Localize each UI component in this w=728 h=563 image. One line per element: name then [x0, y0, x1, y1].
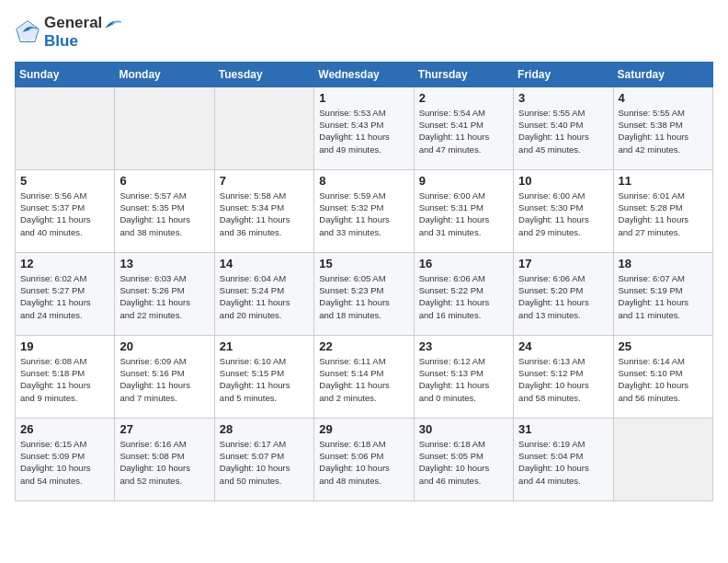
calendar-cell: [613, 418, 712, 500]
calendar-cell: [16, 86, 115, 169]
calendar-cell: 19Sunrise: 6:08 AM Sunset: 5:18 PM Dayli…: [16, 335, 115, 418]
calendar-cell: 12Sunrise: 6:02 AM Sunset: 5:27 PM Dayli…: [16, 252, 115, 335]
day-info: Sunrise: 6:03 AM Sunset: 5:26 PM Dayligh…: [119, 272, 209, 321]
day-number: 25: [619, 339, 708, 353]
day-number: 4: [619, 91, 708, 105]
day-info: Sunrise: 5:59 AM Sunset: 5:32 PM Dayligh…: [319, 190, 408, 238]
calendar-cell: 25Sunrise: 6:14 AM Sunset: 5:10 PM Dayli…: [613, 335, 712, 418]
calendar-cell: [115, 86, 214, 169]
day-number: 28: [220, 422, 309, 436]
calendar-cell: 26Sunrise: 6:15 AM Sunset: 5:09 PM Dayli…: [16, 418, 115, 500]
day-info: Sunrise: 6:18 AM Sunset: 5:05 PM Dayligh…: [419, 438, 508, 487]
calendar-cell: 3Sunrise: 5:55 AM Sunset: 5:40 PM Daylig…: [514, 86, 613, 169]
calendar-week-row: 12Sunrise: 6:02 AM Sunset: 5:27 PM Dayli…: [16, 252, 713, 335]
logo: GeneralBlue: [15, 15, 122, 51]
calendar-header-row: SundayMondayTuesdayWednesdayThursdayFrid…: [16, 62, 713, 86]
calendar-table: SundayMondayTuesdayWednesdayThursdayFrid…: [15, 62, 713, 501]
col-header-sunday: Sunday: [16, 62, 115, 86]
logo-text: GeneralBlue: [44, 15, 122, 51]
calendar-cell: 13Sunrise: 6:03 AM Sunset: 5:26 PM Dayli…: [115, 252, 214, 335]
day-number: 13: [119, 257, 209, 270]
day-number: 12: [20, 257, 109, 270]
day-number: 11: [619, 174, 708, 188]
day-info: Sunrise: 5:55 AM Sunset: 5:40 PM Dayligh…: [518, 107, 608, 155]
page-header: GeneralBlue: [15, 15, 713, 51]
day-info: Sunrise: 5:55 AM Sunset: 5:38 PM Dayligh…: [619, 107, 708, 155]
calendar-cell: 21Sunrise: 6:10 AM Sunset: 5:15 PM Dayli…: [214, 335, 313, 418]
calendar-cell: 10Sunrise: 6:00 AM Sunset: 5:30 PM Dayli…: [514, 169, 613, 252]
day-number: 16: [419, 257, 508, 270]
day-number: 10: [518, 174, 608, 188]
day-number: 6: [119, 174, 209, 188]
calendar-cell: 23Sunrise: 6:12 AM Sunset: 5:13 PM Dayli…: [414, 335, 513, 418]
calendar-week-row: 26Sunrise: 6:15 AM Sunset: 5:09 PM Dayli…: [16, 418, 713, 500]
day-number: 3: [518, 91, 608, 105]
day-number: 29: [319, 422, 408, 436]
day-info: Sunrise: 6:00 AM Sunset: 5:31 PM Dayligh…: [419, 190, 508, 238]
col-header-friday: Friday: [514, 62, 613, 86]
day-number: 22: [319, 339, 408, 353]
calendar-cell: 18Sunrise: 6:07 AM Sunset: 5:19 PM Dayli…: [613, 252, 712, 335]
day-info: Sunrise: 6:07 AM Sunset: 5:19 PM Dayligh…: [619, 272, 708, 321]
calendar-cell: 29Sunrise: 6:18 AM Sunset: 5:06 PM Dayli…: [314, 418, 414, 500]
day-info: Sunrise: 6:02 AM Sunset: 5:27 PM Dayligh…: [20, 272, 109, 321]
day-info: Sunrise: 6:16 AM Sunset: 5:08 PM Dayligh…: [119, 438, 209, 487]
calendar-cell: 24Sunrise: 6:13 AM Sunset: 5:12 PM Dayli…: [514, 335, 613, 418]
day-info: Sunrise: 6:05 AM Sunset: 5:23 PM Dayligh…: [319, 272, 408, 321]
calendar-cell: 17Sunrise: 6:06 AM Sunset: 5:20 PM Dayli…: [514, 252, 613, 335]
day-info: Sunrise: 6:13 AM Sunset: 5:12 PM Dayligh…: [518, 355, 608, 404]
day-number: 2: [419, 91, 508, 105]
day-number: 19: [20, 339, 109, 353]
calendar-week-row: 5Sunrise: 5:56 AM Sunset: 5:37 PM Daylig…: [16, 169, 713, 252]
calendar-cell: 6Sunrise: 5:57 AM Sunset: 5:35 PM Daylig…: [115, 169, 214, 252]
col-header-tuesday: Tuesday: [214, 62, 313, 86]
day-info: Sunrise: 6:08 AM Sunset: 5:18 PM Dayligh…: [20, 355, 109, 404]
day-number: 26: [20, 422, 109, 436]
day-info: Sunrise: 5:53 AM Sunset: 5:43 PM Dayligh…: [319, 107, 408, 155]
calendar-cell: 14Sunrise: 6:04 AM Sunset: 5:24 PM Dayli…: [214, 252, 313, 335]
day-info: Sunrise: 6:14 AM Sunset: 5:10 PM Dayligh…: [619, 355, 708, 404]
day-info: Sunrise: 6:09 AM Sunset: 5:16 PM Dayligh…: [119, 355, 209, 404]
calendar-cell: 1Sunrise: 5:53 AM Sunset: 5:43 PM Daylig…: [314, 86, 414, 169]
col-header-thursday: Thursday: [414, 62, 513, 86]
day-info: Sunrise: 5:56 AM Sunset: 5:37 PM Dayligh…: [20, 190, 109, 238]
day-number: 18: [619, 257, 708, 270]
day-info: Sunrise: 6:17 AM Sunset: 5:07 PM Dayligh…: [220, 438, 309, 487]
col-header-monday: Monday: [115, 62, 214, 86]
day-info: Sunrise: 6:19 AM Sunset: 5:04 PM Dayligh…: [518, 438, 608, 487]
logo-bird-icon: [103, 16, 121, 32]
calendar-cell: 27Sunrise: 6:16 AM Sunset: 5:08 PM Dayli…: [115, 418, 214, 500]
day-number: 17: [518, 257, 608, 270]
calendar-cell: 7Sunrise: 5:58 AM Sunset: 5:34 PM Daylig…: [214, 169, 313, 252]
day-info: Sunrise: 6:15 AM Sunset: 5:09 PM Dayligh…: [20, 438, 109, 487]
day-number: 9: [419, 174, 508, 188]
day-info: Sunrise: 5:54 AM Sunset: 5:41 PM Dayligh…: [419, 107, 508, 155]
calendar-week-row: 19Sunrise: 6:08 AM Sunset: 5:18 PM Dayli…: [16, 335, 713, 418]
day-number: 23: [419, 339, 508, 353]
day-number: 8: [319, 174, 408, 188]
day-info: Sunrise: 5:58 AM Sunset: 5:34 PM Dayligh…: [220, 190, 309, 238]
calendar-cell: 31Sunrise: 6:19 AM Sunset: 5:04 PM Dayli…: [514, 418, 613, 500]
day-info: Sunrise: 6:04 AM Sunset: 5:24 PM Dayligh…: [220, 272, 309, 321]
day-info: Sunrise: 6:06 AM Sunset: 5:22 PM Dayligh…: [419, 272, 508, 321]
day-number: 24: [518, 339, 608, 353]
calendar-cell: 8Sunrise: 5:59 AM Sunset: 5:32 PM Daylig…: [314, 169, 414, 252]
day-number: 27: [119, 422, 209, 436]
day-info: Sunrise: 6:01 AM Sunset: 5:28 PM Dayligh…: [619, 190, 708, 238]
calendar-cell: 9Sunrise: 6:00 AM Sunset: 5:31 PM Daylig…: [414, 169, 513, 252]
day-info: Sunrise: 6:11 AM Sunset: 5:14 PM Dayligh…: [319, 355, 408, 404]
col-header-saturday: Saturday: [613, 62, 712, 86]
day-number: 7: [220, 174, 309, 188]
calendar-cell: 11Sunrise: 6:01 AM Sunset: 5:28 PM Dayli…: [613, 169, 712, 252]
calendar-cell: 30Sunrise: 6:18 AM Sunset: 5:05 PM Dayli…: [414, 418, 513, 500]
day-number: 14: [220, 257, 309, 270]
day-number: 20: [119, 339, 209, 353]
day-info: Sunrise: 6:10 AM Sunset: 5:15 PM Dayligh…: [220, 355, 309, 404]
day-info: Sunrise: 6:06 AM Sunset: 5:20 PM Dayligh…: [518, 272, 608, 321]
day-number: 30: [419, 422, 508, 436]
day-info: Sunrise: 6:00 AM Sunset: 5:30 PM Dayligh…: [518, 190, 608, 238]
calendar-cell: 5Sunrise: 5:56 AM Sunset: 5:37 PM Daylig…: [16, 169, 115, 252]
calendar-cell: 28Sunrise: 6:17 AM Sunset: 5:07 PM Dayli…: [214, 418, 313, 500]
calendar-cell: 22Sunrise: 6:11 AM Sunset: 5:14 PM Dayli…: [314, 335, 414, 418]
calendar-cell: 4Sunrise: 5:55 AM Sunset: 5:38 PM Daylig…: [613, 86, 712, 169]
